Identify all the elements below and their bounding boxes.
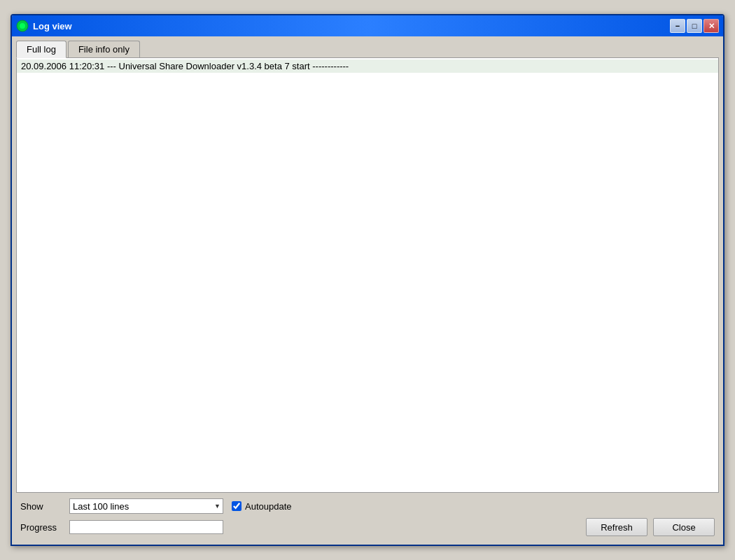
autoupdate-label: Autoupdate (245, 501, 292, 512)
window-controls: − □ ✕ (670, 19, 719, 33)
show-select-wrapper: Last 100 lines Last 50 lines Last 200 li… (69, 498, 223, 514)
window-icon (16, 20, 29, 32)
tab-full-log[interactable]: Full log (16, 41, 66, 58)
progress-bar (69, 520, 223, 534)
log-view-window: Log view − □ ✕ Full log File info only 2… (10, 14, 724, 546)
show-label: Show (20, 501, 69, 512)
autoupdate-checkbox[interactable] (232, 501, 241, 511)
bottom-bar: Show Last 100 lines Last 50 lines Last 2… (16, 493, 719, 540)
progress-row: Progress Refresh Close (20, 518, 715, 536)
tab-bar: Full log File info only (16, 41, 719, 58)
show-row: Show Last 100 lines Last 50 lines Last 2… (20, 498, 715, 514)
action-buttons: Refresh Close (586, 518, 715, 536)
close-window-button[interactable]: ✕ (704, 19, 719, 33)
log-entry: 20.09.2006 11:20:31 --- Universal Share … (17, 59, 718, 73)
window-title: Log view (33, 21, 670, 31)
svg-point-1 (20, 23, 25, 29)
progress-label: Progress (20, 522, 69, 533)
restore-button[interactable]: □ (687, 19, 702, 33)
autoupdate-wrapper: Autoupdate (232, 501, 292, 512)
minimize-button[interactable]: − (670, 19, 685, 33)
refresh-button[interactable]: Refresh (586, 518, 648, 536)
window-content: Full log File info only 20.09.2006 11:20… (12, 36, 723, 545)
log-area[interactable]: 20.09.2006 11:20:31 --- Universal Share … (16, 58, 719, 493)
close-button[interactable]: Close (653, 518, 715, 536)
titlebar: Log view − □ ✕ (12, 15, 723, 36)
show-select[interactable]: Last 100 lines Last 50 lines Last 200 li… (69, 498, 223, 514)
tab-file-info-only[interactable]: File info only (68, 41, 140, 57)
